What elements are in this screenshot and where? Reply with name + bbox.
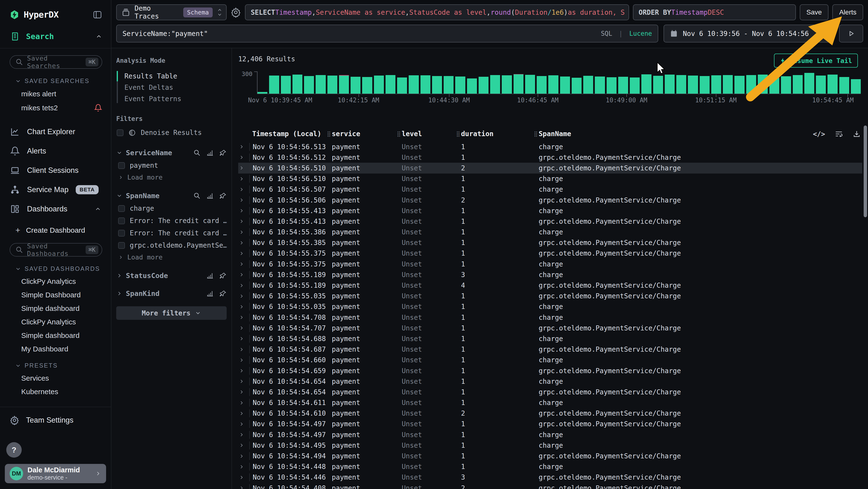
filter-group-servicename[interactable]: ServiceName <box>116 146 227 159</box>
histogram-bar[interactable] <box>665 75 675 94</box>
saved-searches-header[interactable]: SAVED SEARCHES <box>0 71 111 87</box>
query-language-toggle[interactable]: SQL | Lucene <box>601 30 652 37</box>
histogram-bar[interactable] <box>595 77 605 94</box>
row-expand-icon[interactable] <box>239 186 245 192</box>
table-row[interactable]: Nov 6 10:54:54.654 AMpaymentUnset1charge <box>238 376 862 387</box>
sidebar-item-service-map[interactable]: Service MapBETA <box>0 180 111 199</box>
histogram-bar[interactable] <box>560 77 570 94</box>
row-expand-icon[interactable] <box>239 272 245 278</box>
run-query-button[interactable] <box>839 25 863 42</box>
histogram-bar[interactable] <box>816 76 826 94</box>
table-row[interactable]: Nov 6 10:54:55.385 AMpaymentUnset1grpc.o… <box>238 237 862 248</box>
histogram-bar[interactable] <box>421 75 430 94</box>
row-expand-icon[interactable] <box>239 197 245 203</box>
pin-icon[interactable] <box>219 272 227 279</box>
histogram-bar[interactable] <box>641 74 651 94</box>
histogram-bars[interactable] <box>257 71 861 94</box>
table-row[interactable]: Nov 6 10:54:55.035 AMpaymentUnset1charge <box>238 301 862 312</box>
row-expand-icon[interactable] <box>239 442 245 448</box>
histogram-bar[interactable] <box>304 76 314 94</box>
histogram-bar[interactable] <box>735 76 744 94</box>
bar-chart-icon[interactable] <box>207 149 214 156</box>
histogram-bar[interactable] <box>700 76 710 94</box>
histogram-bar[interactable] <box>467 79 477 94</box>
source-settings-gear-icon[interactable] <box>230 7 241 18</box>
histogram-bar[interactable] <box>409 75 418 94</box>
saved-dashboards-search-input[interactable]: Saved Dashboards ⌘K <box>10 243 102 257</box>
scrollbar-thumb[interactable] <box>864 125 867 217</box>
denoise-results-toggle[interactable]: Denoise Results <box>117 128 227 137</box>
table-row[interactable]: Nov 6 10:54:56.510 AMpaymentUnset1charge <box>238 174 862 184</box>
histogram-bar[interactable] <box>688 76 698 94</box>
row-expand-icon[interactable] <box>239 165 245 171</box>
histogram-bar[interactable] <box>781 76 791 94</box>
column-header-2[interactable]: level⣿ <box>399 130 458 138</box>
magnifier-icon[interactable] <box>193 192 200 199</box>
row-expand-icon[interactable] <box>239 347 245 352</box>
table-row[interactable]: Nov 6 10:54:54.408 AMpaymentUnset2grpc.o… <box>238 483 862 489</box>
table-row[interactable]: Nov 6 10:54:55.413 AMpaymentUnset1charge <box>238 205 862 216</box>
row-expand-icon[interactable] <box>239 453 245 459</box>
help-button[interactable]: ? <box>6 442 22 458</box>
search-query-input[interactable]: ServiceName:"payment" SQL | Lucene <box>116 25 658 42</box>
sidebar-collapse-icon[interactable] <box>93 10 102 20</box>
histogram-bar[interactable] <box>269 76 279 94</box>
row-expand-icon[interactable] <box>239 251 245 256</box>
histogram-bar[interactable] <box>525 75 535 94</box>
histogram-bar[interactable] <box>723 75 733 94</box>
sidebar-item-team-settings[interactable]: Team Settings <box>0 407 111 433</box>
histogram-bar[interactable] <box>432 76 442 94</box>
histogram-bar[interactable] <box>548 75 558 94</box>
column-header-4[interactable]: SpanName <box>536 130 862 138</box>
table-row[interactable]: Nov 6 10:54:54.610 AMpaymentUnset2grpc.o… <box>238 408 862 419</box>
table-row[interactable]: Nov 6 10:54:55.189 AMpaymentUnset3charge <box>238 269 862 280</box>
dataset-select[interactable]: Demo Traces Schema <box>116 4 227 20</box>
sidebar-item-dashboards[interactable]: Dashboards <box>0 199 111 219</box>
row-expand-icon[interactable] <box>239 400 245 406</box>
row-expand-icon[interactable] <box>239 464 245 470</box>
saved-dashboard-item[interactable]: ClickPy Analytics <box>0 315 111 329</box>
histogram-bar[interactable] <box>572 78 582 94</box>
row-expand-icon[interactable] <box>239 208 245 213</box>
row-expand-icon[interactable] <box>239 474 245 480</box>
histogram-bar[interactable] <box>804 73 814 94</box>
histogram-bar[interactable] <box>769 78 779 94</box>
filter-checkbox[interactable] <box>118 205 125 212</box>
filter-value-row[interactable]: Error: The credit card … <box>116 227 227 239</box>
table-row[interactable]: Nov 6 10:54:54.687 AMpaymentUnset1grpc.o… <box>238 344 862 355</box>
table-row[interactable]: Nov 6 10:54:55.035 AMpaymentUnset1grpc.o… <box>238 291 862 301</box>
histogram-bar[interactable] <box>374 76 384 94</box>
histogram-bar[interactable] <box>758 75 768 94</box>
select-clause-editor[interactable]: SELECT Timestamp, ServiceName as service… <box>245 4 629 20</box>
histogram-bar[interactable] <box>676 75 686 94</box>
row-expand-icon[interactable] <box>239 389 245 395</box>
histogram-bar[interactable] <box>828 75 837 94</box>
order-by-editor[interactable]: ORDER BY Timestamp DESC <box>633 4 796 20</box>
filter-checkbox[interactable] <box>118 218 125 224</box>
histogram-bar[interactable] <box>618 77 628 94</box>
table-row[interactable]: Nov 6 10:54:54.495 AMpaymentUnset1charge <box>238 440 862 451</box>
table-row[interactable]: Nov 6 10:54:54.497 AMpaymentUnset1grpc.o… <box>238 419 862 429</box>
histogram-bar[interactable] <box>478 77 489 94</box>
table-row[interactable]: Nov 6 10:54:55.375 AMpaymentUnset1grpc.o… <box>238 248 862 259</box>
language-lucene[interactable]: Lucene <box>629 30 652 37</box>
histogram-bar[interactable] <box>583 76 593 94</box>
table-row[interactable]: Nov 6 10:54:54.708 AMpaymentUnset1charge <box>238 312 862 323</box>
filter-value-row[interactable]: charge <box>116 202 227 214</box>
filter-checkbox[interactable] <box>118 230 125 236</box>
table-row[interactable]: Nov 6 10:54:55.386 AMpaymentUnset1charge <box>238 227 862 237</box>
histogram-bar[interactable] <box>746 75 756 94</box>
pin-icon[interactable] <box>219 290 227 297</box>
table-row[interactable]: Nov 6 10:54:54.446 AMpaymentUnset3grpc.o… <box>238 472 862 483</box>
histogram-bar[interactable] <box>385 75 396 94</box>
row-expand-icon[interactable] <box>239 304 245 310</box>
sidebar-item-alerts[interactable]: Alerts <box>0 141 111 161</box>
table-row[interactable]: Nov 6 10:54:55.189 AMpaymentUnset4grpc.o… <box>238 280 862 291</box>
language-sql[interactable]: SQL <box>601 30 612 37</box>
histogram-bar[interactable] <box>444 76 454 94</box>
table-row[interactable]: Nov 6 10:54:54.611 AMpaymentUnset1charge <box>238 398 862 408</box>
column-header-0[interactable]: Timestamp (Local)⣿ <box>249 130 329 138</box>
saved-dashboards-header[interactable]: SAVED DASHBOARDS <box>0 259 111 275</box>
time-range-picker[interactable]: Nov 6 10:39:56 - Nov 6 10:54:56 <box>663 25 834 42</box>
table-row[interactable]: Nov 6 10:54:54.494 AMpaymentUnset1grpc.o… <box>238 451 862 461</box>
